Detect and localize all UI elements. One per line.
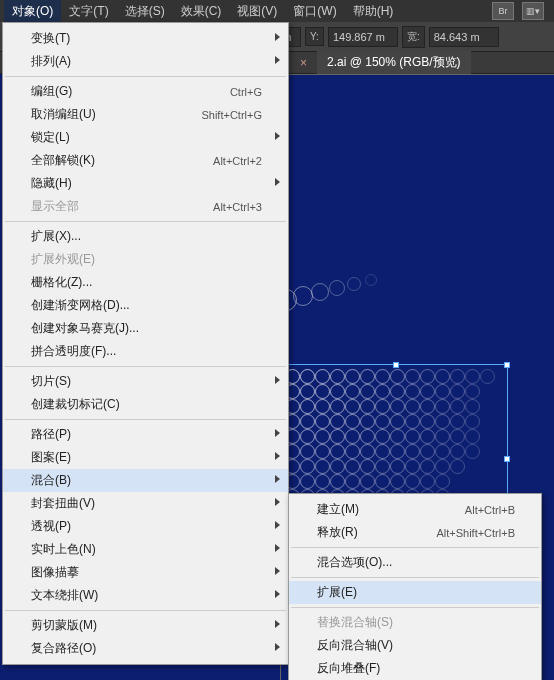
- object-menu-dropdown: 变换(T) 排列(A) 编组(G)Ctrl+G 取消编组(U)Shift+Ctr…: [2, 22, 289, 665]
- menu-hide[interactable]: 隐藏(H): [3, 172, 288, 195]
- separator: [5, 610, 286, 611]
- chevron-right-icon: [275, 521, 280, 529]
- submenu-options[interactable]: 混合选项(O)...: [289, 551, 541, 574]
- chevron-right-icon: [275, 452, 280, 460]
- y-label: Y:: [305, 27, 324, 46]
- chevron-right-icon: [275, 620, 280, 628]
- menu-type[interactable]: 文字(T): [61, 0, 116, 23]
- separator: [5, 221, 286, 222]
- submenu-reverse-front[interactable]: 反向堆叠(F): [289, 657, 541, 680]
- menu-object[interactable]: 对象(O): [4, 0, 61, 23]
- separator: [5, 419, 286, 420]
- chevron-right-icon: [275, 475, 280, 483]
- chevron-right-icon: [275, 498, 280, 506]
- handle-tr[interactable]: [504, 362, 510, 368]
- tab-active[interactable]: 2.ai @ 150% (RGB/预览): [317, 51, 471, 74]
- dirty-indicator-icon: ×: [300, 56, 307, 70]
- chevron-right-icon: [275, 56, 280, 64]
- menu-unlock-all[interactable]: 全部解锁(K)Alt+Ctrl+2: [3, 149, 288, 172]
- separator: [291, 577, 539, 578]
- menu-image-trace[interactable]: 图像描摹: [3, 561, 288, 584]
- submenu-reverse-spine[interactable]: 反向混合轴(V): [289, 634, 541, 657]
- tab-inactive[interactable]: ×: [290, 53, 317, 73]
- chevron-right-icon: [275, 376, 280, 384]
- chevron-right-icon: [275, 178, 280, 186]
- separator: [5, 366, 286, 367]
- menu-gradient-mesh[interactable]: 创建渐变网格(D)...: [3, 294, 288, 317]
- menubar: 对象(O) 文字(T) 选择(S) 效果(C) 视图(V) 窗口(W) 帮助(H…: [0, 0, 554, 22]
- bridge-icon[interactable]: Br: [492, 2, 514, 20]
- tab-label: 2.ai @ 150% (RGB/预览): [327, 54, 461, 71]
- chevron-right-icon: [275, 33, 280, 41]
- chevron-right-icon: [275, 429, 280, 437]
- w-input[interactable]: 84.643 m: [429, 27, 499, 47]
- menu-view[interactable]: 视图(V): [229, 0, 285, 23]
- menu-perspective[interactable]: 透视(P): [3, 515, 288, 538]
- menu-show-all: 显示全部Alt+Ctrl+3: [3, 195, 288, 218]
- separator: [291, 607, 539, 608]
- menu-live-paint[interactable]: 实时上色(N): [3, 538, 288, 561]
- menu-arrange[interactable]: 排列(A): [3, 50, 288, 73]
- chevron-right-icon: [275, 643, 280, 651]
- menu-flatten[interactable]: 拼合透明度(F)...: [3, 340, 288, 363]
- chevron-right-icon: [275, 567, 280, 575]
- menu-slice[interactable]: 切片(S): [3, 370, 288, 393]
- menu-clipping-mask[interactable]: 剪切蒙版(M): [3, 614, 288, 637]
- arrange-docs-icon[interactable]: ▥▾: [522, 2, 544, 20]
- separator: [291, 547, 539, 548]
- chevron-right-icon: [275, 132, 280, 140]
- handle-rm[interactable]: [504, 456, 510, 462]
- handle-tm[interactable]: [393, 362, 399, 368]
- submenu-expand[interactable]: 扩展(E): [289, 581, 541, 604]
- menu-ungroup[interactable]: 取消编组(U)Shift+Ctrl+G: [3, 103, 288, 126]
- menu-expand-appearance: 扩展外观(E): [3, 248, 288, 271]
- menu-text-wrap[interactable]: 文本绕排(W): [3, 584, 288, 607]
- menu-rasterize[interactable]: 栅格化(Z)...: [3, 271, 288, 294]
- y-input[interactable]: 149.867 m: [328, 27, 398, 47]
- chevron-right-icon: [275, 544, 280, 552]
- menu-help[interactable]: 帮助(H): [345, 0, 402, 23]
- menu-path[interactable]: 路径(P): [3, 423, 288, 446]
- menu-mosaic[interactable]: 创建对象马赛克(J)...: [3, 317, 288, 340]
- separator: [5, 76, 286, 77]
- blend-submenu: 建立(M)Alt+Ctrl+B 释放(R)Alt+Shift+Ctrl+B 混合…: [288, 493, 542, 680]
- w-label: 宽:: [402, 26, 425, 48]
- menu-blend[interactable]: 混合(B): [3, 469, 288, 492]
- submenu-replace-spine: 替换混合轴(S): [289, 611, 541, 634]
- menu-trim-marks[interactable]: 创建裁切标记(C): [3, 393, 288, 416]
- submenu-release[interactable]: 释放(R)Alt+Shift+Ctrl+B: [289, 521, 541, 544]
- menu-expand[interactable]: 扩展(X)...: [3, 225, 288, 248]
- menu-envelope[interactable]: 封套扭曲(V): [3, 492, 288, 515]
- menu-effect[interactable]: 效果(C): [173, 0, 230, 23]
- menu-lock[interactable]: 锁定(L): [3, 126, 288, 149]
- menu-pattern[interactable]: 图案(E): [3, 446, 288, 469]
- menubar-icons: Br ▥▾: [492, 2, 550, 20]
- menu-select[interactable]: 选择(S): [117, 0, 173, 23]
- chevron-right-icon: [275, 590, 280, 598]
- menu-compound-path[interactable]: 复合路径(O): [3, 637, 288, 660]
- menu-group[interactable]: 编组(G)Ctrl+G: [3, 80, 288, 103]
- submenu-make[interactable]: 建立(M)Alt+Ctrl+B: [289, 498, 541, 521]
- menu-transform[interactable]: 变换(T): [3, 27, 288, 50]
- menu-window[interactable]: 窗口(W): [285, 0, 344, 23]
